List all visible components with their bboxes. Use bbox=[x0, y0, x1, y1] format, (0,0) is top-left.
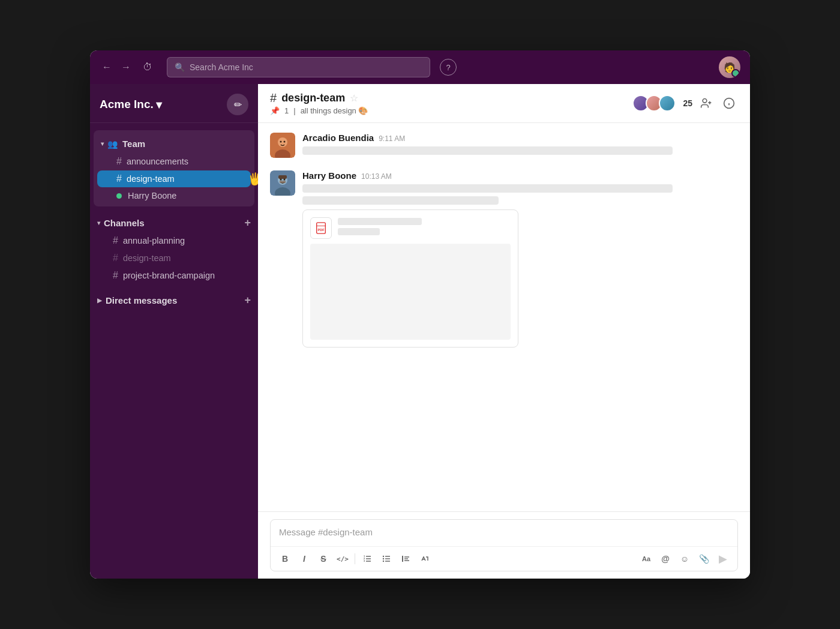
svg-point-9 bbox=[280, 141, 282, 143]
attach-button[interactable]: 📎 bbox=[695, 550, 712, 567]
bullet-list-button[interactable] bbox=[378, 550, 395, 567]
search-icon: 🔍 bbox=[175, 62, 185, 72]
dm-section-header[interactable]: ▶ Direct messages + bbox=[90, 291, 258, 309]
app-window: ← → ⏱ 🔍 ? 🧑 Acme Inc. ▾ ✏ bbox=[90, 50, 750, 579]
team-section-label: Team bbox=[122, 139, 145, 149]
message-input[interactable]: Message #design-team bbox=[271, 520, 737, 546]
channels-chevron-icon: ▾ bbox=[97, 220, 100, 226]
nav-arrows: ← → bbox=[100, 59, 133, 75]
message-line-1 bbox=[302, 146, 673, 155]
help-button[interactable]: ? bbox=[440, 59, 457, 76]
add-channel-button[interactable]: + bbox=[244, 217, 251, 228]
add-member-button[interactable] bbox=[697, 94, 715, 112]
search-bar[interactable]: 🔍 bbox=[167, 57, 430, 77]
team-section-header[interactable]: ▾ 👥 Team bbox=[94, 135, 254, 152]
sidebar: Acme Inc. ▾ ✏ ▾ 👥 Team # announcements bbox=[90, 84, 258, 579]
main-content: Acme Inc. ▾ ✏ ▾ 👥 Team # announcements bbox=[90, 84, 750, 579]
info-icon bbox=[723, 97, 735, 109]
dm-section-label: Direct messages bbox=[106, 295, 177, 305]
avatar-harry bbox=[270, 170, 295, 196]
svg-point-26 bbox=[383, 556, 384, 557]
sidebar-item-design-team[interactable]: # design-team 🖐 bbox=[97, 170, 251, 187]
sidebar-content: ▾ 👥 Team # announcements # design-team 🖐 bbox=[90, 123, 258, 579]
svg-point-10 bbox=[284, 141, 286, 143]
svg-point-27 bbox=[383, 558, 384, 559]
sidebar-item-announcements[interactable]: # announcements bbox=[97, 153, 251, 170]
team-chevron-icon: ▾ bbox=[101, 140, 104, 147]
more-formatting-button[interactable] bbox=[416, 550, 433, 567]
messages-list: Arcadio Buendia 9:11 AM bbox=[258, 123, 750, 511]
search-input[interactable] bbox=[190, 62, 422, 72]
workspace-name[interactable]: Acme Inc. ▾ bbox=[100, 98, 162, 112]
message-harry: Harry Boone 10:13 AM bbox=[270, 170, 738, 348]
drag-cursor-icon: 🖐 bbox=[248, 172, 258, 186]
font-size-button[interactable]: Aa bbox=[638, 550, 655, 567]
user-avatar[interactable]: 🧑 bbox=[719, 56, 740, 78]
attachment-card: PDF bbox=[302, 209, 518, 348]
attachment-header: PDF bbox=[310, 217, 511, 239]
info-button[interactable] bbox=[720, 94, 738, 112]
mention-button[interactable]: @ bbox=[657, 550, 674, 567]
strikethrough-button[interactable]: S bbox=[315, 550, 332, 567]
emoji-button[interactable]: ☺ bbox=[676, 550, 693, 567]
forward-button[interactable]: → bbox=[119, 59, 133, 75]
toolbar-separator-1 bbox=[355, 553, 355, 564]
star-icon[interactable]: ☆ bbox=[350, 92, 358, 104]
italic-button[interactable]: I bbox=[296, 550, 313, 567]
avatar-face: 🧑 bbox=[719, 56, 740, 78]
online-status-icon bbox=[116, 193, 122, 199]
message-time-arcadio: 9:11 AM bbox=[379, 134, 405, 143]
channels-section-label: Channels bbox=[104, 218, 145, 228]
back-button[interactable]: ← bbox=[100, 59, 114, 75]
ordered-list-button[interactable]: 1 2 3 bbox=[359, 550, 376, 567]
channel-description: all things design 🎨 bbox=[301, 106, 368, 115]
sidebar-item-harry-boone[interactable]: Harry Boone bbox=[97, 188, 251, 203]
workspace-label: Acme Inc. bbox=[100, 98, 154, 111]
svg-point-16 bbox=[284, 179, 286, 181]
avatar-arcadio bbox=[270, 133, 295, 158]
message-header-arcadio: Arcadio Buendia 9:11 AM bbox=[302, 133, 738, 143]
member-count: 25 bbox=[683, 98, 692, 108]
block-quote-button[interactable] bbox=[397, 550, 414, 567]
channel-hash-icon: # bbox=[270, 91, 277, 105]
pin-count: 1 bbox=[284, 106, 289, 115]
svg-point-15 bbox=[280, 179, 282, 181]
compose-button[interactable]: ✏ bbox=[227, 94, 248, 115]
svg-text:3: 3 bbox=[364, 559, 365, 562]
dm-label: Harry Boone bbox=[128, 191, 176, 200]
dm-chevron-icon: ▶ bbox=[97, 297, 102, 304]
attachment-info bbox=[338, 218, 422, 238]
add-dm-button[interactable]: + bbox=[244, 295, 251, 305]
member-avatars bbox=[632, 95, 676, 112]
meta-separator: | bbox=[293, 106, 295, 115]
message-line-2 bbox=[302, 184, 673, 193]
add-person-icon bbox=[700, 97, 712, 109]
send-button[interactable]: ▶ bbox=[715, 550, 731, 567]
sidebar-header: Acme Inc. ▾ ✏ bbox=[90, 84, 258, 123]
channel-meta: 📌 1 | all things design 🎨 bbox=[270, 106, 368, 115]
bold-button[interactable]: B bbox=[277, 550, 293, 567]
channels-section-header[interactable]: ▾ Channels + bbox=[90, 214, 258, 232]
hash-icon: # bbox=[113, 270, 118, 281]
channel-label: announcements bbox=[127, 157, 188, 166]
message-input-box: Message #design-team B I S </> 1 bbox=[270, 519, 738, 571]
hash-icon: # bbox=[116, 173, 122, 184]
sidebar-item-annual-planning[interactable]: # annual-planning bbox=[94, 232, 254, 249]
channel-title: # design-team ☆ bbox=[270, 91, 368, 105]
channel-name: design-team bbox=[281, 92, 345, 104]
history-button[interactable]: ⏱ bbox=[140, 59, 155, 75]
attachment-preview bbox=[310, 244, 511, 340]
pdf-icon: PDF bbox=[310, 217, 332, 239]
sidebar-item-project-brand[interactable]: # project-brand-campaign bbox=[94, 267, 254, 284]
sidebar-item-design-team-channel[interactable]: # design-team bbox=[94, 250, 254, 266]
channel-title-area: # design-team ☆ 📌 1 | all things design … bbox=[270, 91, 368, 115]
chat-header: # design-team ☆ 📌 1 | all things design … bbox=[258, 84, 750, 123]
pin-icon: 📌 bbox=[270, 106, 280, 115]
code-button[interactable]: </> bbox=[334, 550, 351, 567]
svg-point-0 bbox=[703, 99, 707, 103]
channel-label: project-brand-campaign bbox=[123, 271, 215, 280]
message-body-harry: Harry Boone 10:13 AM bbox=[302, 170, 738, 348]
message-header-harry: Harry Boone 10:13 AM bbox=[302, 170, 738, 181]
member-avatar-3 bbox=[659, 95, 676, 112]
channel-label: annual-planning bbox=[123, 236, 185, 245]
